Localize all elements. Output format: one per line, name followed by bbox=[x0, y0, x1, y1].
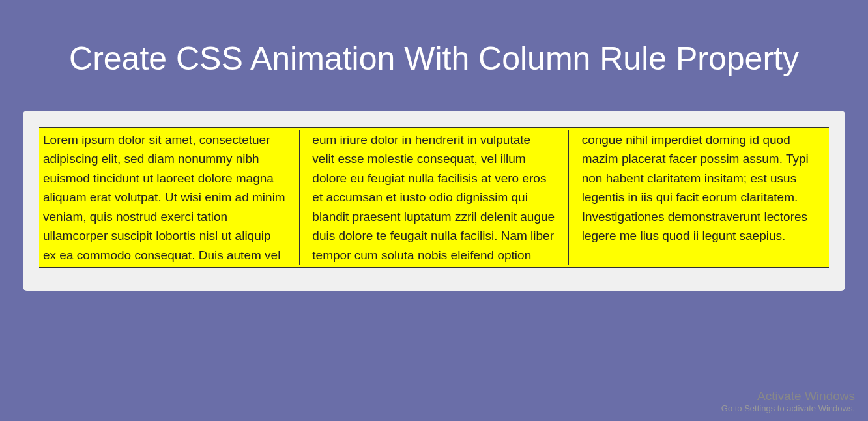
windows-activation-watermark: Activate Windows Go to Settings to activ… bbox=[721, 389, 855, 413]
page-title: Create CSS Animation With Column Rule Pr… bbox=[0, 0, 868, 98]
watermark-subtitle: Go to Settings to activate Windows. bbox=[721, 403, 855, 413]
watermark-title: Activate Windows bbox=[721, 389, 855, 403]
column-text-block: Lorem ipsum dolor sit amet, consectetuer… bbox=[39, 127, 829, 268]
content-card: Lorem ipsum dolor sit amet, consectetuer… bbox=[23, 111, 845, 291]
